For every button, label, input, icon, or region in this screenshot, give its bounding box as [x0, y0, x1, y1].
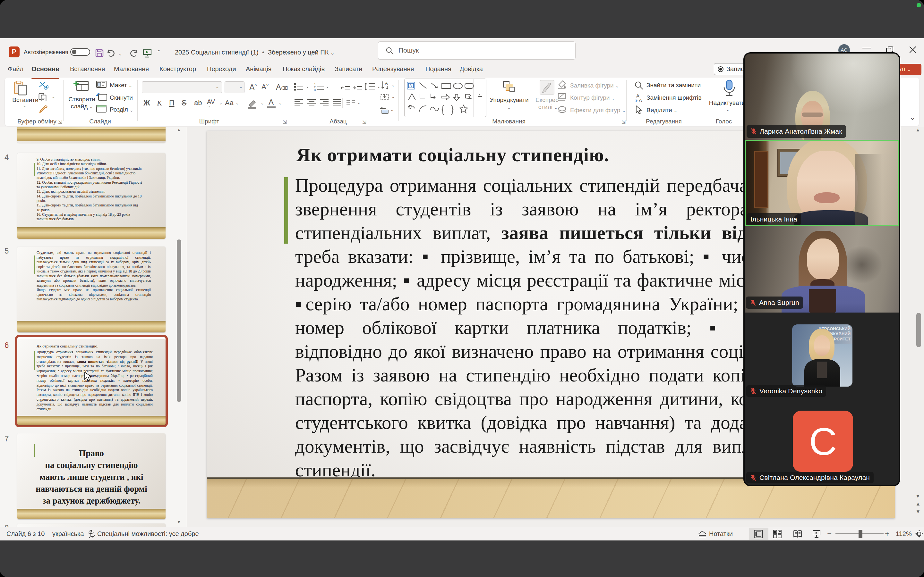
svg-text:3: 3 [314, 89, 316, 92]
svg-text:A: A [409, 84, 412, 88]
svg-text:А: А [639, 97, 642, 103]
svg-text:A: A [385, 81, 388, 85]
